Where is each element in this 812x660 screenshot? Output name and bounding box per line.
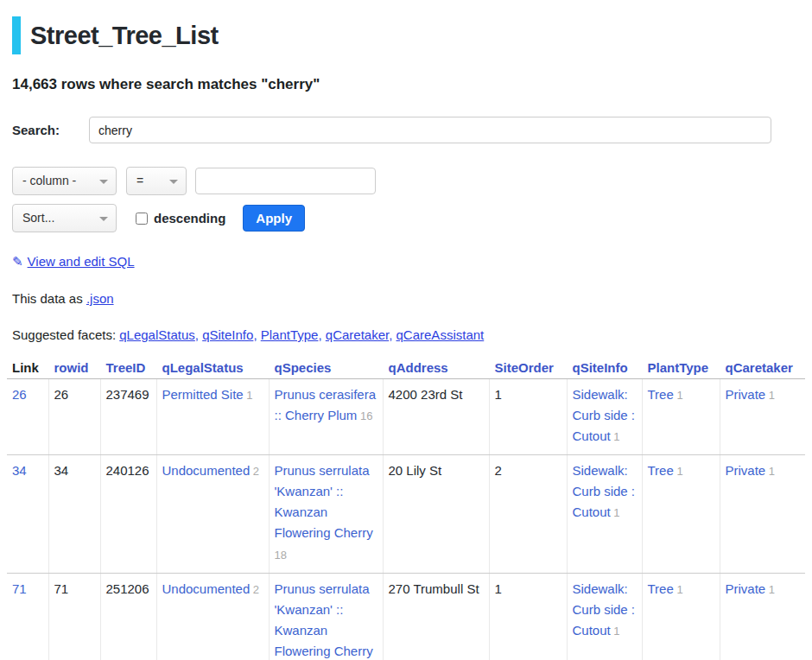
- cell-qlegalstatus: Undocumented 2: [156, 574, 269, 660]
- cell-qsiteinfo: Sidewalk: Curb side : Cutout 1: [567, 455, 642, 574]
- qspecies-link[interactable]: Prunus serrulata 'Kwanzan' :: Kwanzan Fl…: [275, 463, 373, 540]
- pencil-icon: ✎: [12, 254, 23, 269]
- cell-planttype: Tree 1: [642, 574, 720, 660]
- row-count-summary: 14,663 rows where search matches "cherry…: [12, 76, 805, 93]
- facet-count: 1: [674, 389, 683, 402]
- cell-qcaretaker: Private 1: [720, 455, 805, 574]
- sort-qspecies-link[interactable]: qSpecies: [275, 360, 332, 375]
- table-row: 3434240126Undocumented 2Prunus serrulata…: [7, 455, 805, 574]
- apply-button[interactable]: Apply: [243, 205, 305, 232]
- cell-qcaretaker: Private 1: [720, 379, 805, 455]
- cell-qsiteinfo: Sidewalk: Curb side : Cutout 1: [567, 379, 642, 455]
- data-export-line: This data as .json: [12, 291, 805, 306]
- facet-count: 1: [765, 389, 775, 402]
- cell-link: 34: [7, 455, 48, 574]
- suggested-facets-line: Suggested facets: qLegalStatus, qSiteInf…: [12, 327, 805, 342]
- cell-qlegalstatus: Undocumented 2: [156, 455, 269, 574]
- search-row: Search:: [12, 117, 771, 143]
- qsiteinfo-link[interactable]: Sidewalk: Curb side : Cutout: [573, 387, 636, 443]
- sort-qsiteinfo-link[interactable]: qSiteInfo: [573, 360, 628, 375]
- sort-treeid-link[interactable]: TreeID: [106, 360, 146, 375]
- facet-separator: ,: [389, 327, 396, 342]
- qsiteinfo-link[interactable]: Sidewalk: Curb side : Cutout: [573, 463, 636, 519]
- cell-qspecies: Prunus serrulata 'Kwanzan' :: Kwanzan Fl…: [269, 574, 383, 660]
- cell-qspecies: Prunus cerasifera :: Cherry Plum 16: [269, 379, 383, 455]
- planttype-link[interactable]: Tree: [648, 581, 674, 596]
- cell-qaddress: 4200 23rd St: [383, 379, 489, 455]
- qlegalstatus-link[interactable]: Permitted Site: [162, 387, 244, 402]
- facet-count: 1: [611, 506, 620, 519]
- facet-count: 1: [244, 389, 253, 402]
- sort-rowid-link[interactable]: rowid: [54, 360, 89, 375]
- sort-select[interactable]: Sort...: [12, 204, 117, 232]
- facet-count: 16: [357, 409, 372, 422]
- page-header: Street_Tree_List: [12, 16, 805, 54]
- planttype-link[interactable]: Tree: [648, 387, 674, 402]
- qlegalstatus-link[interactable]: Undocumented: [162, 463, 251, 478]
- qsiteinfo-link[interactable]: Sidewalk: Curb side : Cutout: [573, 581, 636, 638]
- cell-siteorder: 1: [489, 379, 567, 455]
- sort-qlegalstatus-link[interactable]: qLegalStatus: [162, 360, 244, 375]
- column-header-qspecies: qSpecies: [269, 357, 383, 379]
- facet-link-qcareassistant[interactable]: qCareAssistant: [396, 327, 485, 342]
- cell-rowid: 26: [48, 379, 100, 455]
- facet-link-qsiteinfo[interactable]: qSiteInfo: [202, 327, 253, 342]
- json-link[interactable]: .json: [86, 291, 114, 306]
- sort-qcaretaker-link[interactable]: qCaretaker: [726, 360, 793, 375]
- column-header-planttype: PlantType: [642, 357, 720, 379]
- table-row: 7171251206Undocumented 2Prunus serrulata…: [7, 574, 805, 660]
- cell-qsiteinfo: Sidewalk: Curb side : Cutout 1: [567, 574, 642, 660]
- sort-planttype-link[interactable]: PlantType: [648, 360, 709, 375]
- filter-value-input[interactable]: [195, 168, 376, 194]
- cell-qcaretaker: Private 1: [720, 574, 805, 660]
- qcaretaker-link[interactable]: Private: [726, 581, 766, 596]
- sort-row: Sort... descending Apply: [12, 204, 805, 232]
- accent-bar: [12, 16, 21, 54]
- facet-link-qlegalstatus[interactable]: qLegalStatus: [119, 327, 195, 342]
- table-header: Link rowid TreeID qLegalStatus qSpecies …: [7, 357, 805, 379]
- sort-select-value: Sort...: [22, 211, 54, 225]
- table-row: 2626237469Permitted Site 1Prunus cerasif…: [7, 379, 805, 455]
- facet-count: 2: [250, 465, 259, 478]
- qspecies-link[interactable]: Prunus serrulata 'Kwanzan' :: Kwanzan Fl…: [275, 581, 373, 658]
- table-body: 2626237469Permitted Site 1Prunus cerasif…: [7, 379, 805, 660]
- facet-count: 1: [674, 583, 683, 596]
- search-label: Search:: [12, 123, 89, 137]
- cell-treeid: 240126: [100, 455, 156, 574]
- cell-link: 26: [7, 379, 48, 455]
- qlegalstatus-link[interactable]: Undocumented: [162, 581, 251, 596]
- link-link[interactable]: 34: [12, 463, 27, 478]
- planttype-link[interactable]: Tree: [648, 463, 674, 478]
- qcaretaker-link[interactable]: Private: [726, 463, 766, 478]
- column-header-link: Link: [7, 357, 48, 379]
- cell-siteorder: 1: [489, 574, 567, 660]
- view-edit-sql-link[interactable]: View and edit SQL: [28, 254, 135, 269]
- cell-qspecies: Prunus serrulata 'Kwanzan' :: Kwanzan Fl…: [269, 455, 383, 574]
- facet-link-planttype[interactable]: PlantType: [261, 327, 319, 342]
- cell-qaddress: 270 Trumbull St: [383, 574, 489, 660]
- column-header-siteorder: SiteOrder: [489, 357, 567, 379]
- operator-select[interactable]: =: [126, 167, 187, 195]
- results-table: Link rowid TreeID qLegalStatus qSpecies …: [7, 357, 805, 660]
- link-link[interactable]: 26: [12, 387, 27, 402]
- sort-siteorder-link[interactable]: SiteOrder: [495, 360, 554, 375]
- cell-link: 71: [7, 574, 48, 660]
- facet-link-qcaretaker[interactable]: qCaretaker: [326, 327, 389, 342]
- cell-rowid: 71: [48, 574, 100, 660]
- descending-label: descending: [154, 211, 225, 225]
- column-select[interactable]: - column -: [12, 167, 117, 195]
- facet-separator: ,: [195, 327, 202, 342]
- cell-siteorder: 2: [489, 455, 567, 574]
- column-header-rowid: rowid: [48, 357, 100, 379]
- sort-qaddress-link[interactable]: qAddress: [389, 360, 448, 375]
- facet-count: 1: [611, 430, 620, 443]
- data-as-prefix: This data as: [12, 291, 86, 306]
- cell-qaddress: 20 Lily St: [383, 455, 489, 574]
- descending-checkbox[interactable]: [136, 213, 148, 225]
- table-header-row: Link rowid TreeID qLegalStatus qSpecies …: [7, 357, 805, 379]
- search-input[interactable]: [89, 117, 771, 143]
- cell-treeid: 251206: [100, 574, 156, 660]
- link-link[interactable]: 71: [12, 581, 27, 596]
- qcaretaker-link[interactable]: Private: [726, 387, 766, 402]
- column-header-qsiteinfo: qSiteInfo: [567, 357, 642, 379]
